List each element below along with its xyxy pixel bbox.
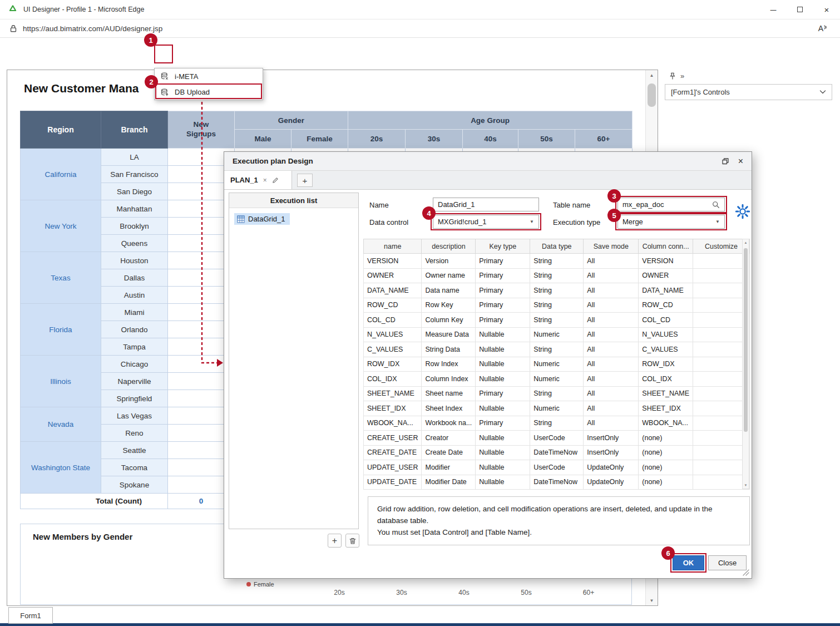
grid-cell: Numeric bbox=[530, 357, 584, 372]
grid-scrollbar[interactable]: ▲ ▼ bbox=[742, 239, 749, 489]
tab-form1[interactable]: Form1 bbox=[8, 607, 53, 624]
scroll-up-icon[interactable]: ▲ bbox=[646, 70, 658, 80]
address-bar[interactable]: https://aud.bimatrix.com/AUD/designer.js… bbox=[0, 19, 840, 38]
close-button[interactable]: Close bbox=[708, 555, 747, 570]
read-aloud-icon[interactable]: A bbox=[818, 24, 828, 33]
grid-cell: Nullable bbox=[476, 475, 530, 490]
dialog-restore-icon[interactable] bbox=[722, 157, 729, 165]
grid-column-header[interactable]: Customize bbox=[693, 239, 750, 254]
scroll-up-icon[interactable]: ▲ bbox=[743, 239, 749, 246]
grid-cell: Measure Data bbox=[422, 327, 476, 342]
step-4-badge: 4 bbox=[422, 206, 436, 220]
maximize-icon[interactable] bbox=[787, 0, 813, 19]
grid-row[interactable]: CREATE_DATECreate DateNullableDateTimeNo… bbox=[364, 445, 750, 460]
ok-button[interactable]: OK bbox=[673, 555, 704, 570]
controls-panel-title: [Form1]'s Controls bbox=[671, 88, 730, 96]
grid-cell: All bbox=[584, 372, 639, 387]
tab-plan-1[interactable]: PLAN_1 × bbox=[224, 171, 292, 189]
grid-cell: SHEET_NAME bbox=[364, 386, 422, 401]
grid-column-header[interactable]: Key type bbox=[476, 239, 530, 254]
x-axis-label: 20s bbox=[328, 589, 350, 597]
grid-row[interactable]: SHEET_NAMESheet namePrimaryStringAllSHEE… bbox=[364, 386, 750, 401]
grid-cell bbox=[693, 342, 750, 357]
add-item-button[interactable]: + bbox=[328, 534, 342, 548]
grid-row[interactable]: COL_IDXColumn IndexNullableNumericAllCOL… bbox=[364, 372, 750, 387]
grid-cell: ROW_CD bbox=[364, 298, 422, 313]
grid-row[interactable]: ROW_IDXRow IndexNullableNumericAllROW_ID… bbox=[364, 357, 750, 372]
execution-type-select[interactable]: Merge ▼ bbox=[617, 215, 725, 229]
grid-row[interactable]: CREATE_USERCreatorNullableUserCodeInsert… bbox=[364, 431, 750, 446]
branch-cell: Las Vegas bbox=[101, 407, 168, 425]
step-5-badge: 5 bbox=[607, 209, 621, 222]
grid-cell: UpdateOnly bbox=[584, 475, 639, 490]
execution-list-item-datagrid-1[interactable]: DataGrid_1 bbox=[234, 213, 290, 225]
grid-row[interactable]: COL_CDColumn KeyPrimaryStringAllCOL_CD bbox=[364, 313, 750, 328]
execution-plan-dialog: Execution plan Design × PLAN_1 × + Execu… bbox=[224, 151, 752, 579]
scroll-down-icon[interactable]: ▼ bbox=[743, 482, 749, 489]
branch-cell: Manhattan bbox=[101, 200, 168, 218]
grid-row[interactable]: N_VALUESMeasure DataNullableNumericAllN_… bbox=[364, 327, 750, 342]
scroll-down-icon[interactable]: ▼ bbox=[646, 595, 658, 605]
grid-column-header[interactable]: name bbox=[364, 239, 422, 254]
grid-cell bbox=[693, 268, 750, 283]
grid-column-header[interactable]: description bbox=[422, 239, 476, 254]
tab-rename-icon[interactable] bbox=[272, 177, 279, 184]
scrollbar-thumb[interactable] bbox=[648, 83, 656, 107]
grid-row[interactable]: WBOOK_NA...Workbook na...PrimaryStringAl… bbox=[364, 416, 750, 431]
execution-list-header: Execution list bbox=[229, 193, 358, 208]
pin-icon[interactable] bbox=[669, 72, 676, 80]
grid-row[interactable]: UPDATE_DATEModifier DateNullableDateTime… bbox=[364, 475, 750, 490]
controls-panel-header[interactable]: [Form1]'s Controls bbox=[665, 84, 832, 100]
column-settings-gear-icon[interactable] bbox=[735, 204, 750, 219]
grid-column-header[interactable]: Save mode bbox=[584, 239, 639, 254]
collapse-panel-icon[interactable]: » bbox=[680, 72, 684, 80]
data-control-select[interactable]: MXGrid!crud_1 ▼ bbox=[433, 215, 539, 229]
grid-column-header[interactable]: Data type bbox=[530, 239, 584, 254]
grid-cell: Nullable bbox=[476, 460, 530, 475]
grid-row[interactable]: ROW_CDRow KeyPrimaryStringAllROW_CD bbox=[364, 298, 750, 313]
close-icon[interactable]: × bbox=[813, 0, 840, 19]
name-input[interactable]: DataGrid_1 bbox=[433, 198, 539, 211]
menu-item-db-upload[interactable]: DB Upload bbox=[155, 84, 263, 100]
resize-grip[interactable] bbox=[743, 569, 749, 576]
grid-cell: Primary bbox=[476, 386, 530, 401]
datagrid-icon bbox=[237, 215, 245, 223]
scrollbar-thumb[interactable] bbox=[744, 248, 748, 432]
grid-cell: All bbox=[584, 283, 639, 298]
minimize-icon[interactable]: ─ bbox=[760, 0, 787, 19]
grid-cell: OWNER bbox=[639, 268, 693, 283]
execution-type-label: Execution type bbox=[553, 218, 600, 226]
tab-close-icon[interactable]: × bbox=[263, 176, 267, 184]
lock-icon[interactable] bbox=[9, 24, 18, 33]
grid-cell: All bbox=[584, 298, 639, 313]
add-tab-icon[interactable]: + bbox=[297, 174, 313, 187]
grid-row[interactable]: DATA_NAMEData namePrimaryStringAllDATA_N… bbox=[364, 283, 750, 298]
grid-cell: String bbox=[530, 283, 584, 298]
grid-cell: String bbox=[530, 386, 584, 401]
table-name-label: Table name bbox=[553, 201, 590, 209]
url-text[interactable]: https://aud.bimatrix.com/AUD/designer.js… bbox=[23, 24, 162, 33]
grid-row[interactable]: OWNEROwner namePrimaryStringAllOWNER bbox=[364, 268, 750, 283]
name-label: Name bbox=[369, 201, 389, 209]
grid-row[interactable]: UPDATE_USERModifierNullableUserCodeUpdat… bbox=[364, 460, 750, 475]
menu-item-i-meta[interactable]: i-META bbox=[155, 68, 263, 84]
db-upload-icon bbox=[160, 88, 169, 97]
grid-column-header[interactable]: Column conn... bbox=[639, 239, 693, 254]
grid-cell: All bbox=[584, 268, 639, 283]
dialog-tab-strip: PLAN_1 × + bbox=[224, 171, 752, 190]
grid-row[interactable]: VERSIONVersionPrimaryStringAllVERSION bbox=[364, 254, 750, 269]
dialog-titlebar[interactable]: Execution plan Design × bbox=[224, 152, 752, 171]
grid-cell: UPDATE_USER bbox=[364, 460, 422, 475]
grid-row[interactable]: SHEET_IDXSheet IndexNullableNumericAllSH… bbox=[364, 401, 750, 416]
delete-item-button[interactable] bbox=[345, 534, 359, 548]
search-icon[interactable] bbox=[712, 201, 720, 209]
grid-cell: Modifier Date bbox=[422, 475, 476, 490]
grid-cell: Primary bbox=[476, 313, 530, 328]
dialog-close-icon[interactable]: × bbox=[738, 156, 743, 166]
grid-cell: OWNER bbox=[364, 268, 422, 283]
grid-row[interactable]: C_VALUESString DataNullableStringAllC_VA… bbox=[364, 342, 750, 357]
chevron-down-icon[interactable] bbox=[819, 90, 826, 95]
col-header-age: 20s bbox=[348, 130, 406, 149]
grid-cell: Primary bbox=[476, 268, 530, 283]
table-name-input[interactable]: mx_epa_doc bbox=[617, 198, 725, 211]
